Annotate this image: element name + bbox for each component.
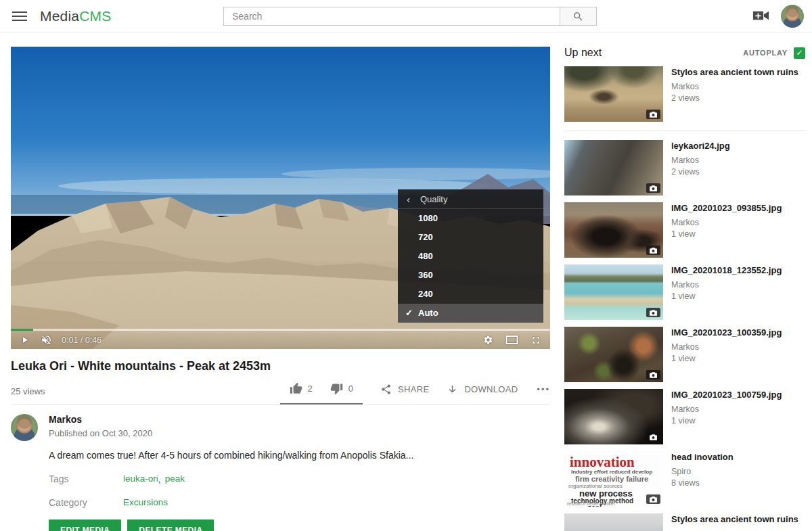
list-item[interactable]: IMG_20201023_100359.jpg Markos 1 view (564, 327, 805, 382)
quality-option-360[interactable]: 360 (398, 266, 543, 285)
dislike-count: 0 (348, 384, 353, 394)
more-options-icon[interactable]: ••• (537, 384, 550, 394)
author-name[interactable]: Markos (49, 414, 152, 425)
thumbnail[interactable] (564, 66, 663, 122)
play-button[interactable] (20, 335, 30, 345)
back-chevron-icon[interactable]: ‹ (407, 194, 410, 204)
quality-menu: ‹ Quality 1080 720 480 360 240 ✓ Auto (398, 189, 543, 323)
list-item[interactable]: Stylos area ancient town ruins Markos 2 … (564, 66, 805, 131)
item-author: Markos (671, 82, 798, 91)
thumbnail[interactable] (564, 389, 663, 444)
list-item[interactable]: innovation industry effort reduced devel… (564, 451, 805, 507)
thumbnail[interactable] (564, 327, 663, 382)
item-author: Markos (671, 405, 782, 414)
camera-icon (649, 247, 658, 254)
list-item[interactable]: leykaori24.jpg Markos 2 views (564, 140, 805, 195)
player-controls: 0:01 / 0:46 (11, 331, 550, 349)
dislike-button[interactable]: 0 (330, 382, 353, 395)
theater-mode-icon (505, 335, 518, 345)
item-title[interactable]: Stylos area ancient town ruins (671, 514, 798, 525)
tag-link-leuka-ori[interactable]: leuka-ori (123, 474, 158, 484)
like-count: 2 (308, 384, 313, 394)
list-item[interactable]: Stylos area ancient town ruins (564, 513, 805, 531)
logo-media: Media (40, 8, 79, 24)
like-button[interactable]: 2 (290, 382, 313, 395)
share-icon (380, 384, 392, 395)
page-content: ‹ Quality 1080 720 480 360 240 ✓ Auto (0, 32, 812, 531)
item-views: 1 view (671, 229, 782, 239)
menu-icon[interactable] (12, 9, 27, 24)
quality-menu-title: Quality (420, 194, 447, 204)
fullscreen-button[interactable] (531, 335, 541, 346)
edit-media-button[interactable]: EDIT MEDIA (49, 520, 121, 531)
camera-icon (649, 434, 658, 441)
quality-option-480[interactable]: 480 (398, 247, 543, 266)
item-title[interactable]: IMG_20201023_100359.jpg (671, 327, 782, 338)
image-type-badge (646, 246, 660, 255)
top-bar: MediaCMS (0, 0, 812, 32)
user-avatar[interactable] (781, 5, 804, 28)
thumb-down-icon (330, 382, 343, 395)
gear-icon (483, 335, 493, 345)
autoplay-label: AUTOPLAY (743, 49, 788, 57)
share-button[interactable]: SHARE (380, 384, 429, 395)
download-button[interactable]: DOWNLOAD (447, 384, 518, 395)
search-input[interactable] (223, 7, 560, 26)
thumb-up-icon (290, 382, 302, 395)
item-title[interactable]: IMG_20201023_093855.jpg (671, 203, 782, 214)
list-item[interactable]: IMG_20201018_123552.jpg Markos 1 view (564, 264, 805, 320)
quality-option-auto[interactable]: ✓ Auto (398, 304, 543, 323)
item-views: 2 views (671, 167, 730, 177)
quality-option-720[interactable]: 720 (398, 228, 543, 247)
delete-media-button[interactable]: DELETE MEDIA (127, 520, 214, 531)
category-link[interactable]: Excursions (123, 497, 168, 508)
item-title[interactable]: Stylos area ancient town ruins (671, 67, 798, 78)
fullscreen-icon (531, 335, 541, 346)
thumbnail[interactable] (564, 513, 663, 531)
tag-link-peak[interactable]: peak (165, 474, 185, 484)
search-button[interactable] (560, 7, 597, 26)
camera-icon (649, 371, 658, 379)
item-title[interactable]: IMG_20201023_100759.jpg (671, 390, 782, 400)
tags-label: Tags (49, 474, 123, 484)
quality-option-1080[interactable]: 1080 (398, 209, 543, 228)
logo[interactable]: MediaCMS (40, 8, 111, 24)
volume-muted-icon (41, 334, 52, 346)
item-title[interactable]: head inovation (671, 452, 734, 463)
sidebar-header: Up next AUTOPLAY ✓ (564, 47, 805, 59)
item-title[interactable]: IMG_20201018_123552.jpg (671, 265, 782, 276)
autoplay-checkbox[interactable]: ✓ (794, 47, 805, 59)
item-author: Markos (671, 342, 782, 352)
volume-button[interactable] (41, 334, 52, 346)
quality-option-240[interactable]: 240 (398, 285, 543, 304)
owner-actions: EDIT MEDIA DELETE MEDIA (49, 520, 550, 531)
thumbnail[interactable] (564, 202, 663, 258)
tag-separator: , (158, 474, 161, 484)
quality-selected-label: Auto (418, 308, 438, 318)
quality-menu-header[interactable]: ‹ Quality (398, 189, 543, 209)
item-author: Markos (671, 218, 782, 227)
media-description: A dream comes true! After 4-5 hours of c… (49, 450, 550, 461)
list-item[interactable]: IMG_20201023_093855.jpg Markos 1 view (564, 202, 805, 258)
settings-button[interactable] (483, 335, 493, 345)
item-title[interactable]: leykaori24.jpg (671, 141, 730, 152)
download-label: DOWNLOAD (464, 384, 518, 394)
upload-media-icon[interactable] (752, 9, 769, 24)
wordcloud-word: firm creativity failure (575, 475, 648, 483)
thumbnail[interactable] (564, 264, 663, 320)
list-item[interactable]: IMG_20201023_100759.jpg Markos 1 view (564, 389, 805, 444)
video-player[interactable]: ‹ Quality 1080 720 480 360 240 ✓ Auto (11, 47, 550, 349)
meta-row: 25 views 2 0 SHARE (11, 382, 550, 405)
thumbnail[interactable] (564, 140, 663, 195)
author-avatar[interactable] (11, 414, 38, 441)
item-views: 8 views (671, 478, 734, 488)
rating-group: 2 0 (280, 382, 363, 405)
theater-mode-button[interactable] (505, 335, 518, 345)
publish-date: Published on Oct 30, 2020 (49, 428, 152, 438)
view-count: 25 views (11, 386, 45, 396)
thumbnail[interactable]: innovation industry effort reduced devel… (564, 451, 663, 507)
item-views: 1 view (671, 292, 782, 301)
up-next-sidebar: Up next AUTOPLAY ✓ Stylos area ancient t… (564, 47, 805, 531)
time-display: 0:01 / 0:46 (62, 336, 102, 345)
check-icon: ✓ (405, 304, 413, 323)
